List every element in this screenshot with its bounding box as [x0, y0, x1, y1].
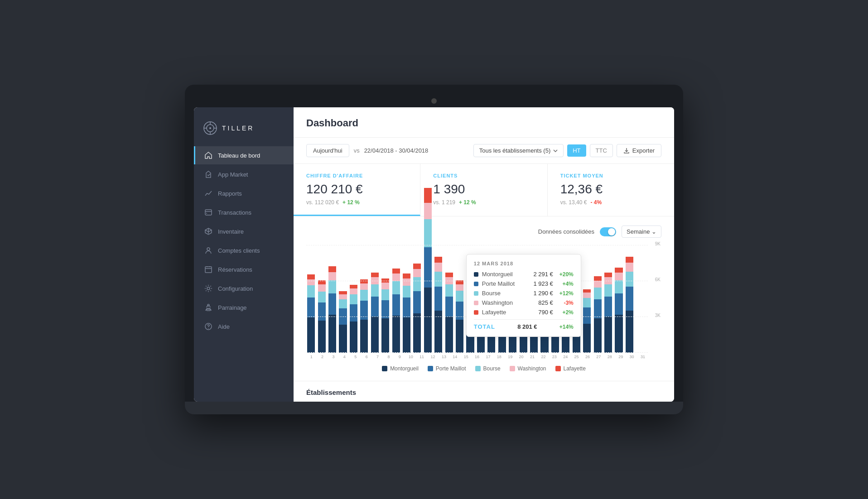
nav-label-app-market: App Market: [218, 171, 248, 178]
bar-segment-7-1: [371, 297, 379, 317]
establishments-selector[interactable]: Tous les établissements (5): [473, 144, 564, 157]
bar-group-29[interactable]: [603, 273, 613, 353]
chart-controls: Données consolidées Semaine ⌄: [306, 226, 661, 238]
bar-group-12[interactable]: [423, 188, 433, 353]
bar-group-7[interactable]: [370, 273, 380, 353]
bar-segment-1-4: [307, 274, 315, 279]
bar-segment-31-4: [626, 257, 633, 263]
sidebar-item-aide[interactable]: Aide: [194, 317, 294, 336]
sidebar-item-rapports[interactable]: Rapports: [194, 184, 294, 202]
sidebar-item-tableau-de-bord[interactable]: Tableau de bord: [194, 146, 294, 164]
comptes-clients-icon: [204, 246, 212, 254]
bar-segment-15-2: [456, 291, 463, 302]
sidebar-item-parrainage[interactable]: Parrainage: [194, 298, 294, 317]
x-label-3: 3: [328, 355, 338, 359]
kpi-change-clients: + 12 %: [459, 199, 476, 206]
x-label-9: 9: [395, 355, 405, 359]
bar-group-30[interactable]: [614, 268, 623, 353]
x-label-23: 23: [550, 355, 559, 359]
period-selector[interactable]: Semaine ⌄: [622, 226, 661, 238]
x-label-19: 19: [505, 355, 515, 359]
bar-group-9[interactable]: [391, 269, 400, 353]
bar-segment-5-1: [350, 304, 357, 321]
bar-segment-28-0: [594, 318, 602, 353]
bar-segment-2-2: [318, 292, 326, 302]
consolidated-toggle[interactable]: [600, 227, 616, 236]
dot-washington: [474, 301, 478, 305]
legend-label-bourse: Bourse: [483, 365, 501, 372]
bar-group-2[interactable]: [317, 280, 326, 353]
ht-button[interactable]: HT: [567, 144, 586, 157]
kpi-comparison-ca: vs. 112 020 € + 12 %: [306, 199, 407, 206]
bar-group-10[interactable]: [402, 273, 411, 353]
bar-segment-31-3: [626, 263, 633, 272]
bar-group-14[interactable]: [444, 273, 453, 353]
kpi-value-ticket: 12,36 €: [560, 182, 661, 197]
kpi-label-ca: CHIFFRE D'AFFAIRE: [306, 173, 407, 178]
x-label-24: 24: [560, 355, 570, 359]
bar-group-31[interactable]: [625, 257, 634, 353]
dot-porte-maillot: [474, 282, 478, 286]
sidebar-logo: TILLER: [194, 116, 294, 146]
bar-segment-15-3: [456, 284, 463, 291]
sidebar-item-inventaire[interactable]: Inventaire: [194, 222, 294, 240]
bar-segment-3-3: [328, 272, 336, 280]
bar-segment-11-1: [413, 291, 421, 313]
bar-segment-1-2: [307, 285, 315, 297]
x-label-13: 13: [439, 355, 449, 359]
bar-group-27[interactable]: [582, 289, 592, 353]
bar-group-4[interactable]: [338, 291, 347, 353]
legend-label-porte-maillot: Porte Maillot: [436, 365, 466, 372]
bar-group-5[interactable]: [349, 285, 358, 353]
parrainage-icon: [204, 303, 212, 312]
bar-segment-12-0: [424, 288, 432, 353]
tooltip-change-montorgueil: +20%: [553, 271, 574, 278]
sidebar-item-app-market[interactable]: App Market: [194, 165, 294, 183]
sidebar-item-configuration[interactable]: Configuration: [194, 279, 294, 297]
bar-segment-7-4: [371, 273, 379, 277]
x-label-22: 22: [538, 355, 548, 359]
bar-segment-31-1: [626, 287, 633, 311]
bar-group-28[interactable]: [593, 276, 602, 353]
laptop-screen: TILLER Tableau de bord App Market: [194, 107, 674, 402]
ttc-button[interactable]: TTC: [590, 144, 613, 157]
bar-group-6[interactable]: [359, 279, 369, 353]
tooltip-total-value: 8 201 €: [517, 323, 537, 330]
today-button[interactable]: Aujourd'hui: [306, 144, 349, 157]
tooltip-row-montorgueil: Montorgueil 2 291 € +20%: [474, 271, 574, 278]
bar-group-11[interactable]: [412, 264, 422, 353]
tooltip-value-montorgueil: 2 291 €: [528, 271, 553, 278]
bar-segment-14-0: [445, 317, 453, 353]
kpi-card-ca[interactable]: CHIFFRE D'AFFAIRE 120 210 € vs. 112 020 …: [294, 164, 420, 216]
sidebar-item-transactions[interactable]: Transactions: [194, 203, 294, 221]
bar-segment-28-1: [594, 299, 602, 318]
x-label-27: 27: [593, 355, 603, 359]
sidebar-item-reservations[interactable]: Réservations: [194, 260, 294, 278]
bar-segment-11-3: [413, 269, 421, 277]
bar-segment-5-0: [350, 321, 357, 353]
bar-group-15[interactable]: [455, 280, 464, 353]
kpi-comparison-clients: vs. 1 219 + 12 %: [433, 199, 534, 206]
kpi-card-ticket[interactable]: TICKET MOYEN 12,36 € vs. 13,40 € - 4%: [548, 164, 674, 216]
x-label-4: 4: [339, 355, 349, 359]
bar-segment-6-1: [360, 301, 368, 320]
bar-segment-2-1: [318, 302, 326, 321]
export-button[interactable]: Exporter: [617, 144, 661, 157]
kpi-label-ticket: TICKET MOYEN: [560, 173, 661, 178]
sidebar-item-comptes-clients[interactable]: Comptes clients: [194, 241, 294, 259]
bar-group-1[interactable]: [306, 274, 316, 353]
bar-segment-7-2: [371, 284, 379, 297]
svg-point-8: [206, 213, 207, 214]
bar-group-13[interactable]: [434, 257, 443, 353]
bar-segment-10-3: [403, 278, 410, 286]
bar-segment-3-2: [328, 280, 336, 293]
bar-segment-2-0: [318, 321, 326, 353]
bar-segment-14-1: [445, 297, 453, 317]
kpi-card-clients[interactable]: CLIENTS 1 390 vs. 1 219 + 12 %: [420, 164, 547, 216]
bar-segment-8-3: [381, 283, 389, 289]
kpi-comparison-text-ticket: vs. 13,40 €: [560, 199, 587, 206]
bar-group-3[interactable]: [328, 266, 337, 353]
bar-segment-12-4: [424, 188, 432, 203]
bar-group-8[interactable]: [381, 278, 390, 353]
bar-segment-13-0: [434, 311, 442, 353]
